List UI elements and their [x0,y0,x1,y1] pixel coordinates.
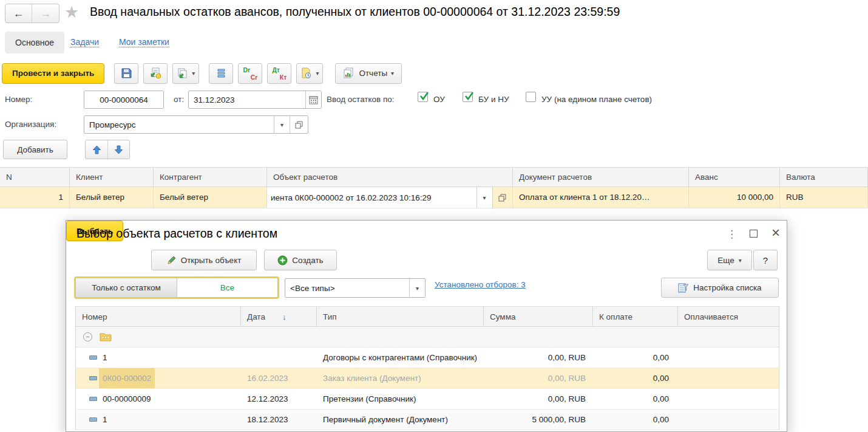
post-document-button[interactable] [143,63,168,84]
kt-label: Кт [280,74,287,81]
type-filter-select[interactable]: <Все типы> ▾ [285,278,426,298]
checkbox-ou[interactable] [418,92,428,102]
cell-sum: 0,00, RUB [484,368,593,388]
open-settlement-object-button[interactable] [493,187,512,208]
sort-desc-icon: ↓ [282,312,287,321]
kebab-menu-icon[interactable]: ⋮ [727,228,737,241]
favorite-star-icon[interactable]: ★ [64,2,79,22]
settlement-object-field[interactable]: иента 0К00-000002 от 16.02.2023 10:16:29… [267,187,493,208]
dropdown-button[interactable]: ▾ [274,116,290,133]
date-value: 31.12.2023 [189,95,305,105]
register-records-icon [216,67,226,79]
dialog-title: Выбор объекта расчетов с клиентом [76,227,277,241]
add-row-button[interactable]: Добавить [3,140,67,159]
column-header-type[interactable]: Тип [317,307,484,327]
cell-date: 12.12.2023 [241,389,317,409]
help-button[interactable]: ? [753,250,778,270]
dt-kt-button[interactable]: Дт Кт [267,63,291,84]
toggle-all[interactable]: Все [177,278,277,297]
balances-by-label: Ввод остатков по: [327,95,395,104]
forward-icon: → [40,7,51,19]
list-item[interactable]: 1 18.12.2023 Первичный документ (Докумен… [76,410,779,430]
list-item[interactable]: 00-00000009 12.12.2023 Претензии (Справо… [76,389,779,410]
create-based-on-icon [177,67,188,79]
cell-date [241,348,317,368]
cell-paid [678,389,780,409]
open-object-label: Открыть объект [181,256,242,265]
chevron-down-icon: ▾ [316,70,319,77]
selection-dialog: Выбор объекта расчетов с клиентом ⋮ × Вы… [66,220,787,432]
save-button[interactable] [114,63,138,84]
create-button[interactable]: Создать [264,250,337,270]
create-label: Создать [292,256,323,265]
create-based-on-button[interactable]: ▾ [172,63,199,84]
tab-main[interactable]: Основное [5,32,64,53]
toolbar: Провести и закрыть ▾ Dr Cr Дт Кт ▾ Отчет… [2,63,402,84]
cell-number: 0К00-000002 [99,368,155,388]
collapse-icon[interactable]: − [83,332,92,341]
group-row[interactable]: − [76,327,779,348]
column-header-n[interactable]: N [0,168,70,187]
column-header-advance[interactable]: Аванс [689,168,780,187]
column-header-settlement-object[interactable]: Объект расчетов [267,168,513,187]
more-button[interactable]: Еще ▾ [707,250,752,270]
column-header-to-pay[interactable]: К оплате [593,307,678,327]
cell-paid [678,410,780,430]
checkbox-ou-label[interactable]: ОУ [433,95,445,104]
document-history-button[interactable]: ▾ [296,63,323,84]
back-button[interactable]: ← [5,4,32,22]
chevron-down-icon: ▾ [391,70,394,77]
balance-filter-toggle: Только с остатком Все [75,278,278,298]
column-header-client[interactable]: Клиент [70,168,154,187]
tab-tasks[interactable]: Задачи [70,37,99,47]
calendar-button[interactable] [305,91,321,108]
tab-my-notes[interactable]: Мои заметки [119,37,169,47]
post-and-close-button[interactable]: Провести и закрыть [2,63,104,84]
number-field[interactable]: 00-00000064 [84,91,164,109]
date-field[interactable]: 31.12.2023 [188,91,322,109]
list-settings-button[interactable]: Настройка списка [661,278,779,298]
filters-set-link[interactable]: Установлено отборов: 3 [435,280,526,289]
checkbox-uu[interactable] [526,92,536,102]
item-dash-icon [89,417,97,422]
column-header-date[interactable]: Дата ↓ [241,307,317,327]
column-header-sum[interactable]: Сумма [484,307,593,327]
cell-number: 1 [103,353,107,362]
move-up-button[interactable] [86,140,107,159]
cell-to-pay: 0,00 [593,389,678,409]
open-object-button[interactable]: Открыть объект [151,250,257,270]
column-header-paid[interactable]: Оплачивается [678,307,780,327]
cell-type: Претензии (Справочник) [317,389,484,409]
checkbox-bu-nu-label[interactable]: БУ и НУ [478,95,509,104]
list-item[interactable]: 1 Договоры с контрагентами (Справочник) … [76,348,779,368]
maximize-icon[interactable] [750,230,758,238]
toggle-only-with-balance[interactable]: Только с остатком [76,278,177,297]
list-settings-icon [678,283,689,293]
dropdown-button[interactable]: ▾ [409,279,425,297]
chevron-down-icon: ▾ [192,70,195,77]
move-down-button[interactable] [107,140,129,159]
dialog-table: Номер Дата ↓ Тип Сумма К оплате Оплачива… [75,306,779,430]
register-records-button[interactable] [209,63,233,84]
column-header-counterparty[interactable]: Контрагент [154,168,267,187]
cell-to-pay: 0,00 [593,368,678,388]
column-header-number[interactable]: Номер [76,307,241,327]
cell-advance: 10 000,00 [689,187,780,208]
dropdown-button[interactable]: ▾ [476,187,492,208]
cell-paid [678,368,780,388]
table-row[interactable]: 1 Белый ветер Белый ветер иента 0К00-000… [0,187,868,208]
organization-field[interactable]: Промресурс ▾ [84,115,308,134]
open-in-window-icon [498,194,506,202]
column-header-currency[interactable]: Валюта [780,168,868,187]
dr-cr-button[interactable]: Dr Cr [238,63,262,84]
close-icon[interactable]: × [771,224,780,241]
open-organization-button[interactable] [290,116,308,133]
list-item-selected[interactable]: 0К00-000002 16.02.2023 Заказ клиента (До… [76,368,779,389]
reports-button[interactable]: Отчеты ▾ [335,63,402,84]
forward-button[interactable]: → [32,4,59,22]
column-header-settlement-document[interactable]: Документ расчетов [513,168,689,187]
post-document-icon [150,67,161,79]
checkbox-uu-label[interactable]: УУ (на едином плане счетов) [541,95,652,104]
checkbox-bu-nu[interactable] [463,92,473,102]
open-in-window-icon [295,121,303,129]
